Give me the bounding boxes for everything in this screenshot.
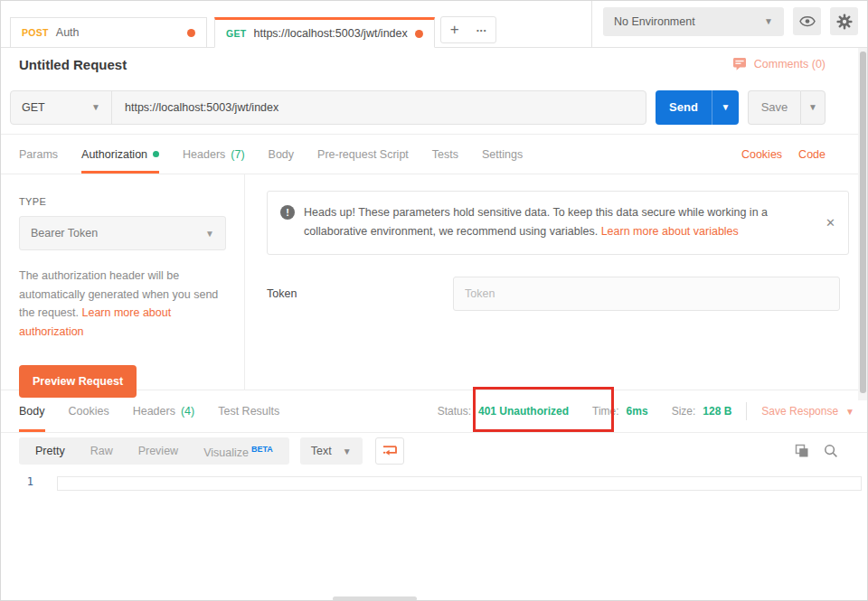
- tab-tools: + •••: [440, 16, 496, 43]
- response-meta: Status: 401 Unauthorized Time: 6ms Size:…: [438, 390, 854, 432]
- cookies-link[interactable]: Cookies: [741, 148, 782, 161]
- horizontal-scrollbar[interactable]: [333, 596, 417, 601]
- unsaved-dot-icon: [415, 30, 423, 38]
- format-selected-label: Text: [311, 445, 332, 457]
- view-mode-group: Pretty Raw Preview VisualizeBETA: [19, 437, 289, 465]
- request-header: Untitled Request Comments (0): [1, 48, 867, 80]
- method-selected-label: GET: [22, 101, 45, 114]
- tab-title: https://localhost:5003/jwt/index: [254, 27, 408, 40]
- chevron-down-icon: ▼: [91, 102, 100, 112]
- url-builder: GET ▼ Send ▼ Save ▼: [1, 80, 867, 135]
- auth-token-panel: ! Heads up! These parameters hold sensit…: [245, 174, 867, 390]
- environment-selected-label: No Environment: [614, 15, 695, 28]
- auth-type-panel: TYPE Bearer Token ▼ The authorization he…: [1, 174, 245, 390]
- vertical-scrollbar-thumb[interactable]: [860, 52, 866, 393]
- open-tab-post-auth[interactable]: POST Auth: [10, 17, 207, 48]
- copy-button[interactable]: [795, 444, 809, 458]
- response-body-editor[interactable]: 1: [1, 469, 867, 601]
- tab-settings[interactable]: Settings: [482, 135, 523, 174]
- wrap-lines-button[interactable]: [375, 437, 404, 465]
- tab-label: Settings: [482, 148, 523, 161]
- method-chip-post: POST: [22, 27, 49, 38]
- wrap-lines-icon: [382, 445, 397, 457]
- send-options-button[interactable]: ▼: [712, 90, 739, 125]
- type-label: TYPE: [19, 196, 226, 207]
- tab-body[interactable]: Body: [269, 135, 295, 174]
- status-value: 401 Unauthorized: [478, 405, 569, 418]
- open-tab-get-jwt-index[interactable]: GET https://localhost:5003/jwt/index: [214, 17, 435, 48]
- learn-more-variables-link[interactable]: Learn more about variables: [601, 225, 739, 238]
- tab-label: Cookies: [69, 405, 109, 418]
- chevron-down-icon: ▼: [205, 229, 214, 239]
- comments-label: Comments (0): [754, 58, 826, 70]
- search-button[interactable]: [824, 444, 838, 458]
- save-group: Save ▼: [748, 90, 826, 125]
- eye-icon: [799, 15, 816, 27]
- page-title: Untitled Request: [19, 57, 127, 72]
- token-row: Token: [267, 277, 849, 311]
- send-button[interactable]: Send: [656, 90, 712, 125]
- response-tab-test-results[interactable]: Test Results: [218, 390, 279, 432]
- chevron-down-icon: ▼: [722, 102, 731, 112]
- save-response-button[interactable]: Save Response ▼: [761, 405, 854, 418]
- copy-icon: [795, 444, 809, 458]
- response-headers-count-badge: (4): [181, 405, 194, 418]
- url-box: GET ▼: [10, 90, 646, 125]
- token-input[interactable]: [453, 277, 840, 311]
- tab-authorization[interactable]: Authorization: [81, 135, 159, 174]
- size-label: Size:: [672, 405, 696, 418]
- response-tools: [795, 444, 849, 458]
- chevron-down-icon: ▼: [343, 446, 352, 456]
- headers-count-badge: (7): [231, 148, 244, 161]
- time-value: 6ms: [627, 405, 648, 418]
- time-label: Time:: [592, 405, 619, 418]
- tab-tests[interactable]: Tests: [432, 135, 458, 174]
- tab-label: Body: [269, 148, 295, 161]
- size-value: 128 B: [703, 405, 731, 418]
- tab-label: Pre-request Script: [317, 148, 409, 161]
- method-select[interactable]: GET ▼: [11, 91, 112, 124]
- chevron-down-icon: ▼: [808, 102, 817, 112]
- auth-type-select[interactable]: Bearer Token ▼: [19, 216, 226, 250]
- tab-label: Tests: [432, 148, 458, 161]
- auth-active-dot-icon: [153, 151, 159, 157]
- new-tab-button[interactable]: +: [441, 17, 468, 42]
- save-options-button[interactable]: ▼: [800, 90, 826, 125]
- warning-text: Heads up! These parameters hold sensitiv…: [304, 203, 816, 242]
- auth-description: The authorization header will be automat…: [19, 267, 226, 342]
- save-button[interactable]: Save: [748, 90, 800, 125]
- settings-button[interactable]: [830, 7, 858, 35]
- tab-params[interactable]: Params: [19, 135, 58, 174]
- save-response-label: Save Response: [761, 405, 838, 418]
- tab-label: Test Results: [218, 405, 279, 418]
- response-tab-cookies[interactable]: Cookies: [69, 390, 109, 432]
- environment-quick-look-button[interactable]: [793, 7, 821, 35]
- authorization-editor: TYPE Bearer Token ▼ The authorization he…: [1, 174, 867, 390]
- close-icon[interactable]: ✕: [826, 216, 835, 230]
- response-format-select[interactable]: Text ▼: [300, 437, 363, 465]
- more-tabs-button[interactable]: •••: [468, 17, 495, 42]
- response-toolbar: Pretty Raw Preview VisualizeBETA Text ▼: [1, 433, 867, 469]
- environment-select[interactable]: No Environment ▼: [603, 7, 784, 36]
- response-tab-body[interactable]: Body: [19, 390, 45, 432]
- response-tab-headers[interactable]: Headers(4): [133, 390, 195, 432]
- tab-headers[interactable]: Headers(7): [183, 135, 245, 174]
- tab-label: Headers: [133, 405, 175, 418]
- mode-visualize[interactable]: VisualizeBETA: [191, 436, 286, 466]
- mode-preview[interactable]: Preview: [126, 437, 191, 465]
- vertical-scrollbar-track[interactable]: [858, 48, 867, 400]
- environment-area: No Environment ▼: [592, 7, 867, 36]
- gear-icon: [836, 14, 853, 30]
- mode-pretty[interactable]: Pretty: [23, 437, 78, 465]
- url-input[interactable]: [112, 91, 646, 124]
- search-icon: [824, 444, 838, 458]
- token-label: Token: [267, 287, 453, 300]
- tab-pre-request-script[interactable]: Pre-request Script: [317, 135, 409, 174]
- chevron-down-icon: ▼: [845, 407, 854, 417]
- comments-button[interactable]: Comments (0): [732, 57, 826, 71]
- sensitive-data-warning: ! Heads up! These parameters hold sensit…: [267, 191, 849, 255]
- mode-label: Visualize: [203, 446, 249, 459]
- mode-raw[interactable]: Raw: [78, 437, 126, 465]
- request-links: Cookies Code: [741, 135, 826, 174]
- code-link[interactable]: Code: [798, 148, 826, 161]
